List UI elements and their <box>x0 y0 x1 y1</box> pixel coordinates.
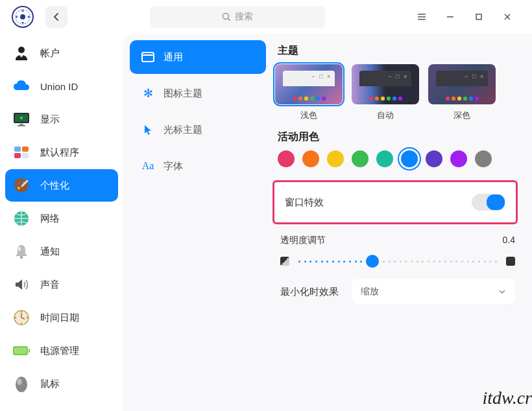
menu-button[interactable] <box>407 5 436 29</box>
palette-icon <box>12 176 31 195</box>
svg-point-3 <box>223 14 229 19</box>
window-effects-toggle[interactable] <box>472 194 505 211</box>
accent-swatch[interactable] <box>352 150 369 167</box>
theme-label: 浅色 <box>300 110 317 121</box>
sidebar-item-label: 电源管理 <box>40 345 79 357</box>
speaker-icon <box>12 275 31 294</box>
svg-point-12 <box>18 47 25 53</box>
theme-option-dark[interactable]: −□× 深色 <box>428 64 496 121</box>
window-effects-row: 窗口特效 <box>274 182 516 222</box>
sidebar-item-notifications[interactable]: 通知 <box>5 235 118 268</box>
sidebar-item-network[interactable]: 网络 <box>5 202 118 235</box>
svg-line-4 <box>228 19 231 21</box>
theme-option-auto[interactable]: −□× 自动 <box>352 64 419 121</box>
svg-rect-21 <box>14 153 21 158</box>
sidebar-item-label: 通知 <box>40 246 60 258</box>
user-icon <box>12 43 31 63</box>
sidebar-item-label: 声音 <box>40 279 60 291</box>
accent-swatch[interactable] <box>475 150 492 167</box>
window-effects-label: 窗口特效 <box>285 196 472 209</box>
mouse-icon <box>12 374 31 393</box>
sidebar-item-datetime[interactable]: 时间日期 <box>5 301 118 334</box>
font-icon: Aa <box>141 159 154 172</box>
svg-point-16 <box>20 117 23 119</box>
svg-rect-22 <box>22 153 29 158</box>
svg-point-41 <box>17 379 22 385</box>
sidebar-item-label: 时间日期 <box>40 312 79 324</box>
accent-swatch[interactable] <box>376 150 393 167</box>
sidebar-item-label: 默认程序 <box>40 147 79 159</box>
apps-icon <box>12 143 31 162</box>
svg-rect-54 <box>142 53 154 62</box>
tab-cursor-theme[interactable]: 光标主题 <box>130 113 266 147</box>
maximize-button[interactable] <box>465 5 493 29</box>
svg-rect-19 <box>14 147 21 152</box>
sidebar-item-mouse[interactable]: 鼠标 <box>5 368 118 400</box>
sidebar-item-power[interactable]: 电源管理 <box>5 335 118 367</box>
svg-point-2 <box>20 14 25 19</box>
sidebar-item-label: 显示 <box>40 113 60 126</box>
clock-icon <box>12 308 31 327</box>
svg-point-26 <box>18 187 20 189</box>
tab-general[interactable]: 通用 <box>130 40 266 74</box>
svg-rect-18 <box>18 125 25 126</box>
svg-rect-20 <box>22 147 29 152</box>
svg-point-29 <box>18 247 21 251</box>
svg-point-28 <box>20 256 23 259</box>
tabs: 通用 ✻图标主题 光标主题 Aa字体 <box>130 40 266 411</box>
accent-swatch[interactable] <box>278 150 295 167</box>
sidebar-item-personalization[interactable]: 个性化 <box>5 169 118 202</box>
sidebar-item-keyboard[interactable]: 键盘和语言 <box>5 401 118 411</box>
hamburger-icon <box>417 12 427 21</box>
sidebar-item-label: 网络 <box>40 213 60 225</box>
svg-rect-39 <box>14 347 27 354</box>
close-icon <box>503 12 512 21</box>
globe-icon <box>12 209 31 228</box>
theme-section-title: 主题 <box>278 44 526 58</box>
minimize-button[interactable] <box>436 5 465 29</box>
tab-label: 通用 <box>163 51 183 64</box>
chevron-left-icon <box>53 12 60 21</box>
slider-thumb[interactable] <box>366 255 379 268</box>
close-button[interactable] <box>493 5 522 29</box>
accent-section-title: 活动用色 <box>278 130 526 144</box>
back-button[interactable] <box>45 6 67 28</box>
sidebar-item-label: 帐户 <box>40 47 60 60</box>
app-logo-icon <box>12 6 34 28</box>
svg-point-24 <box>18 182 20 184</box>
theme-label: 深色 <box>453 110 470 121</box>
select-value: 缩放 <box>361 286 379 298</box>
sidebar-item-sound[interactable]: 声音 <box>5 268 118 301</box>
minimize-effect-select[interactable]: 缩放 <box>352 279 515 305</box>
accent-swatch[interactable] <box>302 150 319 167</box>
sidebar-item-unionid[interactable]: Union ID <box>5 70 118 102</box>
svg-point-35 <box>21 323 22 324</box>
search-placeholder: 搜索 <box>235 11 253 23</box>
theme-option-light[interactable]: −□× 浅色 <box>275 64 343 121</box>
sidebar-item-label: Union ID <box>40 81 78 92</box>
accent-swatch[interactable] <box>401 150 418 167</box>
accent-swatch[interactable] <box>450 150 467 167</box>
sidebar-item-account[interactable]: 帐户 <box>5 37 118 69</box>
search-input[interactable]: 搜索 <box>150 6 325 28</box>
opacity-value: 0.4 <box>503 235 515 246</box>
highlight-annotation: 窗口特效 <box>272 180 518 224</box>
svg-point-40 <box>16 377 27 392</box>
tab-font[interactable]: Aa字体 <box>130 149 266 183</box>
sidebar-item-display[interactable]: 显示 <box>5 103 118 135</box>
tab-icon-theme[interactable]: ✻图标主题 <box>130 76 266 110</box>
svg-rect-17 <box>19 124 23 125</box>
window-icon <box>141 51 154 64</box>
sidebar-item-label: 鼠标 <box>40 378 60 390</box>
opacity-label: 透明度调节 <box>280 235 326 246</box>
accent-swatch[interactable] <box>327 150 344 167</box>
sidebar: 帐户 Union ID 显示 默认程序 个性化 网络 通知 声音 时间日期 电源… <box>0 34 123 411</box>
svg-rect-38 <box>29 349 30 353</box>
accent-swatch[interactable] <box>426 150 442 167</box>
accent-swatches <box>278 150 526 167</box>
sidebar-item-default-apps[interactable]: 默认程序 <box>5 136 118 169</box>
opacity-slider[interactable] <box>280 257 515 266</box>
cloud-icon <box>12 76 31 96</box>
battery-icon <box>12 341 31 360</box>
svg-point-34 <box>27 317 28 318</box>
